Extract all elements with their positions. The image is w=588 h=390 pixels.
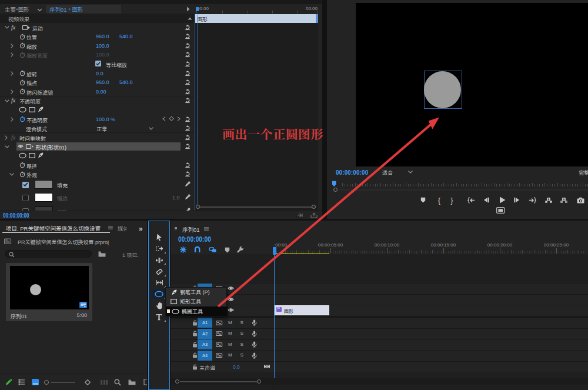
mute-button[interactable]: M — [228, 352, 232, 358]
tab-sequence-clip[interactable]: 序列01 * 图形 — [49, 5, 83, 14]
chevron-down-icon[interactable] — [37, 8, 42, 12]
reset-icon[interactable] — [185, 144, 191, 149]
tab-master-graphic[interactable]: 主要*图形 — [5, 5, 29, 14]
track-target-A3[interactable]: A3 — [198, 339, 212, 349]
create-ellipse-icon[interactable] — [19, 153, 26, 158]
find-icon[interactable] — [114, 379, 121, 385]
tl-ruler[interactable]: :00:0000:00:05:0000:00:10:0000:00:15:000… — [273, 238, 588, 254]
property-value[interactable]: 960.0 — [96, 79, 109, 85]
reset-icon[interactable] — [185, 52, 191, 58]
master-level-value[interactable]: 0.0 — [233, 364, 240, 370]
pm-quality-select[interactable]: 完整 — [579, 169, 588, 176]
panel-menu-icon[interactable] — [108, 226, 113, 229]
lift-button[interactable] — [544, 195, 553, 205]
uniform-scale-checkbox[interactable] — [95, 61, 101, 66]
twirl-open-icon[interactable] — [5, 99, 9, 102]
twirl-open-icon[interactable] — [9, 173, 14, 176]
new-item-icon[interactable] — [143, 379, 147, 385]
lock-icon[interactable] — [192, 331, 198, 336]
sequence-card[interactable]: 序列01 5:00 — [6, 263, 92, 321]
tool-ripple-edit[interactable] — [152, 255, 166, 265]
reset-icon[interactable] — [185, 98, 191, 104]
eye-icon[interactable] — [228, 285, 234, 291]
reset-icon[interactable] — [185, 61, 191, 67]
pm-zoom-select[interactable]: 适合 — [380, 168, 414, 175]
tl-scroll-handle-right[interactable] — [257, 379, 261, 384]
mark-out-button[interactable]: } — [447, 195, 457, 205]
reset-icon[interactable] — [185, 89, 191, 95]
lock-icon[interactable] — [192, 352, 198, 358]
freeform-view-icon[interactable] — [101, 380, 108, 385]
export-small-icon[interactable] — [310, 213, 318, 218]
create-pen-icon[interactable] — [38, 152, 44, 158]
stopwatch-icon[interactable] — [19, 171, 25, 177]
add-keyframe-icon[interactable] — [169, 116, 174, 121]
color-swatch[interactable] — [35, 193, 53, 202]
sync-lock-icon[interactable] — [216, 320, 222, 326]
solo-button[interactable]: S — [240, 352, 243, 358]
scrollbar-bar[interactable] — [180, 381, 260, 382]
tl-timecode[interactable]: 00:00:00:00 — [178, 235, 211, 244]
voiceover-mic-icon[interactable] — [252, 352, 257, 359]
stopwatch-icon[interactable] — [19, 70, 25, 76]
property-value[interactable]: 100.0 % — [96, 116, 115, 122]
step-back-button[interactable] — [482, 195, 491, 205]
lock-icon[interactable] — [192, 320, 198, 326]
track-target-A1[interactable]: A1 — [198, 318, 212, 328]
timeline-settings-wrench-icon[interactable] — [237, 246, 243, 253]
project-file-row[interactable]: PR关键帧空间差值怎么切换设置.prproj — [0, 236, 147, 247]
property-value[interactable]: 100.0 — [96, 52, 109, 58]
linked-selection-icon[interactable] — [209, 246, 216, 253]
mute-button[interactable]: M — [228, 342, 232, 347]
search-input[interactable] — [5, 250, 92, 258]
sequence-name[interactable]: 序列01 — [11, 312, 27, 320]
popup-item-2[interactable]: 椭圆工具 — [166, 306, 228, 316]
sync-lock-icon[interactable] — [216, 352, 222, 358]
prev-keyframe-icon[interactable] — [162, 116, 166, 121]
tab-close-dot[interactable] — [175, 227, 177, 229]
drawn-circle-shape[interactable] — [424, 71, 461, 108]
appearance-checkbox[interactable] — [22, 182, 29, 188]
reset-icon[interactable] — [185, 116, 191, 122]
stopwatch-icon[interactable] — [19, 34, 25, 39]
reset-icon[interactable] — [185, 79, 191, 85]
tl-hscrollbar[interactable] — [171, 378, 588, 385]
stroke-width-value[interactable]: 1.0 — [172, 195, 180, 201]
project-writable-icon[interactable] — [5, 379, 12, 386]
tab-media-browser-partial[interactable]: 媒体 — [118, 224, 126, 232]
stopwatch-icon[interactable] — [19, 52, 25, 58]
eye-icon[interactable] — [18, 144, 24, 149]
reset-icon[interactable] — [185, 34, 191, 39]
property-value[interactable]: 100.0 — [96, 43, 109, 49]
lock-icon[interactable] — [192, 342, 198, 348]
extract-button[interactable] — [559, 195, 569, 205]
color-swatch[interactable] — [35, 180, 53, 189]
twirl-closed-icon[interactable] — [11, 52, 14, 57]
lock-icon[interactable] — [192, 364, 198, 370]
solo-button[interactable]: S — [240, 320, 243, 325]
property-value[interactable]: 540.0 — [119, 79, 133, 85]
property-value[interactable]: 960.0 — [96, 34, 109, 39]
tab-sequence01[interactable]: 序列01 — [182, 225, 200, 234]
pm-playhead[interactable] — [332, 181, 336, 187]
track-target-A2[interactable]: A2 — [198, 329, 212, 339]
shuttle-diamond-icon[interactable] — [85, 379, 91, 385]
popup-item-0[interactable]: 钢笔工具 (P) — [166, 288, 228, 297]
tool-razor[interactable] — [152, 267, 166, 276]
tool-selection[interactable] — [152, 232, 166, 242]
slider-track[interactable] — [51, 382, 75, 384]
reset-icon[interactable] — [185, 125, 191, 131]
twirl-closed-icon[interactable] — [11, 117, 14, 122]
scroll-handle-right[interactable] — [312, 205, 316, 209]
nest-toggle-icon[interactable] — [180, 246, 186, 253]
timeline-clip-graphic[interactable]: fx 图形 — [274, 305, 329, 315]
twirl-closed-icon[interactable] — [5, 135, 8, 140]
blend-mode-dropdown[interactable]: 正常 — [96, 125, 107, 133]
voiceover-mic-icon[interactable] — [252, 341, 257, 348]
tool-slip[interactable] — [152, 278, 166, 288]
new-bin-icon[interactable] — [128, 379, 136, 385]
twirl-open-icon[interactable] — [5, 26, 9, 29]
zoom-slider[interactable] — [44, 379, 75, 385]
twirl-open-icon[interactable] — [5, 145, 9, 148]
stopwatch-icon[interactable] — [19, 116, 25, 122]
